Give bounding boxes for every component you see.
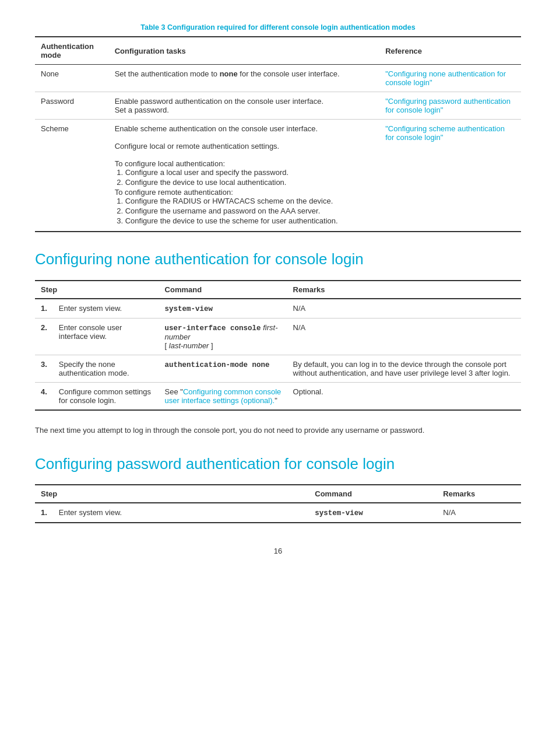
table-row: 1. Enter system view. system-view N/A [35, 503, 521, 523]
section1-heading: Configuring none authentication for cons… [35, 250, 521, 270]
table-row: Scheme Enable scheme authentication on t… [35, 120, 521, 232]
table3: Authenticationmode Configuration tasks R… [35, 36, 521, 232]
step3-cmd: authentication-mode none [159, 355, 287, 382]
step-col-header: Step [35, 281, 159, 299]
table-row: 4. Configure common settings for console… [35, 382, 521, 410]
section2-table: Step Command Remarks 1. Enter system vie… [35, 484, 521, 523]
table-row: 3. Specify the none authentication mode.… [35, 355, 521, 382]
step4-desc: Configure common settings for console lo… [53, 382, 159, 410]
s2-step1-desc: Enter system view. [53, 503, 309, 523]
command-col-header: Command [159, 281, 287, 299]
none-ref-link[interactable]: "Configuring none authentication for con… [385, 69, 506, 87]
step2-desc: Enter console user interface view. [53, 318, 159, 355]
step2-cmd: user-interface console first-number [ la… [159, 318, 287, 355]
scheme-ref: "Configuring scheme authentication for c… [379, 120, 521, 232]
step3-desc: Specify the none authentication mode. [53, 355, 159, 382]
table-row: Password Enable password authentication … [35, 92, 521, 120]
step1-remarks: N/A [287, 299, 521, 318]
s2-step1-cmd: system-view [309, 503, 437, 523]
step1-desc: Enter system view. [53, 299, 159, 318]
table-row: 1. Enter system view. system-view N/A [35, 299, 521, 318]
step4-link[interactable]: Configuring common console user interfac… [165, 387, 281, 405]
remarks-col-header2: Remarks [437, 485, 521, 503]
step3-remarks: By default, you can log in to the device… [287, 355, 521, 382]
mode-scheme: Scheme [35, 120, 109, 232]
mode-none: None [35, 65, 109, 92]
password-ref: "Configuring password authentication for… [379, 92, 521, 120]
section1-paragraph: The next time you attempt to log in thro… [35, 425, 521, 437]
table-row: 2. Enter console user interface view. us… [35, 318, 521, 355]
table3-header-mode: Authenticationmode [35, 37, 109, 65]
step-num-4: 4. [35, 382, 53, 410]
table3-header-ref: Reference [379, 37, 521, 65]
table-row: None Set the authentication mode to none… [35, 65, 521, 92]
table3-caption: Table 3 Configuration required for diffe… [35, 23, 521, 32]
section2-heading: Configuring password authentication for … [35, 454, 521, 474]
s2-step1-remarks: N/A [437, 503, 521, 523]
s2-step-num-1: 1. [35, 503, 53, 523]
none-tasks: Set the authentication mode to none for … [109, 65, 380, 92]
step4-remarks: Optional. [287, 382, 521, 410]
step2-remarks: N/A [287, 318, 521, 355]
remarks-col-header: Remarks [287, 281, 521, 299]
mode-password: Password [35, 92, 109, 120]
none-ref: "Configuring none authentication for con… [379, 65, 521, 92]
step4-cmd: See "Configuring common console user int… [159, 382, 287, 410]
table3-header-tasks: Configuration tasks [109, 37, 380, 65]
password-tasks: Enable password authentication on the co… [109, 92, 380, 120]
step-num-1: 1. [35, 299, 53, 318]
password-ref-link[interactable]: "Configuring password authentication for… [385, 97, 511, 114]
step-num-3: 3. [35, 355, 53, 382]
command-col-header2: Command [309, 485, 437, 503]
step1-cmd: system-view [159, 299, 287, 318]
section1-table: Step Command Remarks 1. Enter system vie… [35, 280, 521, 411]
step-num-2: 2. [35, 318, 53, 355]
page-number: 16 [35, 547, 521, 555]
scheme-ref-link[interactable]: "Configuring scheme authentication for c… [385, 124, 505, 142]
step-col-header2: Step [35, 485, 309, 503]
scheme-tasks: Enable scheme authentication on the cons… [109, 120, 380, 232]
